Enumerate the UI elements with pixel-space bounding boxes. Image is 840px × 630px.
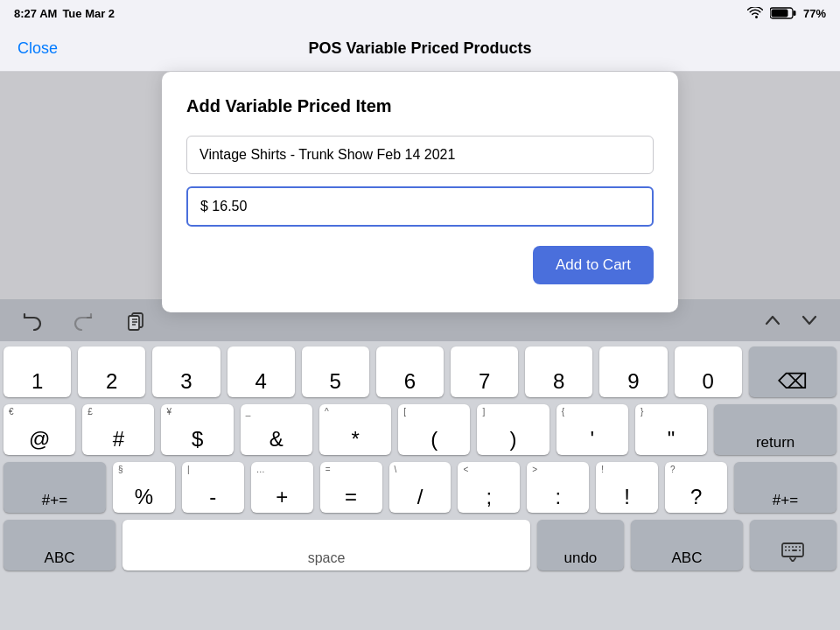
chevron-up-icon: [763, 311, 782, 330]
content-area: Add Variable Priced Item Add to Cart: [0, 72, 840, 299]
modal-footer: Add to Cart: [186, 246, 654, 284]
key-row-symbols1: €@ £# ¥$ _& ^* [( ]) {' }" return: [4, 404, 836, 455]
key-percent[interactable]: §%: [113, 462, 175, 513]
modal-title: Add Variable Priced Item: [186, 96, 654, 116]
key-asterisk[interactable]: ^*: [319, 404, 391, 455]
redo-toolbar-button[interactable]: [66, 306, 102, 334]
key-4[interactable]: 4: [228, 346, 295, 397]
nav-bar: Close POS Variable Priced Products: [0, 26, 840, 72]
key-dollar[interactable]: ¥$: [161, 404, 233, 455]
key-hashtag-switch[interactable]: #+=: [4, 462, 106, 513]
page-title: POS Variable Priced Products: [308, 39, 531, 58]
toolbar-right: [756, 307, 826, 333]
key-question[interactable]: ??: [665, 462, 727, 513]
chevron-down-icon: [800, 311, 819, 330]
status-date: Tue Mar 2: [62, 7, 115, 20]
key-return[interactable]: return: [714, 404, 836, 455]
key-ampersand[interactable]: _&: [241, 404, 312, 455]
status-time: 8:27 AM: [14, 7, 57, 20]
key-open-paren[interactable]: [(: [398, 404, 470, 455]
svg-rect-2: [771, 10, 788, 18]
status-bar: 8:27 AM Tue Mar 2 77%: [0, 0, 840, 26]
keyboard-rows: 1 2 3 4 5 6 7 8 9 0 ⌫ €@ £# ¥$ _& ^* [( …: [0, 341, 840, 630]
undo-icon: [21, 310, 42, 331]
modal-card: Add Variable Priced Item Add to Cart: [162, 72, 678, 312]
price-field[interactable]: [186, 186, 654, 227]
battery-icon: [770, 7, 796, 19]
undo-toolbar-button[interactable]: [14, 306, 49, 334]
key-row-numbers: 1 2 3 4 5 6 7 8 9 0 ⌫: [4, 346, 836, 397]
svg-rect-1: [793, 10, 795, 16]
key-semicolon[interactable]: <;: [458, 462, 520, 513]
key-delete[interactable]: ⌫: [749, 346, 836, 397]
key-double-quote[interactable]: }": [635, 404, 707, 455]
keyboard-down-button[interactable]: [793, 307, 826, 333]
key-keyboard-dismiss[interactable]: [750, 520, 836, 570]
key-2[interactable]: 2: [78, 346, 145, 397]
key-9[interactable]: 9: [599, 346, 667, 397]
key-8[interactable]: 8: [525, 346, 592, 397]
keyboard-area: 1 2 3 4 5 6 7 8 9 0 ⌫ €@ £# ¥$ _& ^* [( …: [0, 299, 840, 630]
key-1[interactable]: 1: [4, 346, 71, 397]
key-exclaim[interactable]: !!: [596, 462, 658, 513]
add-to-cart-button[interactable]: Add to Cart: [533, 246, 654, 284]
key-7[interactable]: 7: [451, 346, 518, 397]
key-single-quote[interactable]: {': [556, 404, 628, 455]
key-slash[interactable]: \/: [389, 462, 452, 513]
product-name-field[interactable]: [186, 136, 654, 174]
key-abc[interactable]: ABC: [4, 520, 116, 570]
key-plus[interactable]: …+: [251, 462, 313, 513]
key-hash[interactable]: £#: [82, 404, 154, 455]
key-colon[interactable]: >:: [527, 462, 589, 513]
svg-rect-4: [129, 316, 139, 330]
key-hashtag-switch2[interactable]: #+=: [734, 462, 836, 513]
key-at[interactable]: €@: [4, 404, 75, 455]
battery-percent: 77%: [803, 7, 826, 20]
keyboard-dismiss-icon: [781, 542, 804, 562]
keyboard-up-button[interactable]: [756, 307, 789, 333]
key-0[interactable]: 0: [675, 346, 742, 397]
key-minus[interactable]: |-: [182, 462, 244, 513]
paste-icon: [126, 310, 147, 331]
key-row-bottom: ABC space undo ABC: [4, 520, 836, 570]
key-close-paren[interactable]: ]): [477, 404, 549, 455]
key-row-symbols2: #+= §% |- …+ == \/ <; >: !! ?? #+=: [4, 462, 836, 513]
key-abc2[interactable]: ABC: [631, 520, 743, 570]
redo-icon: [74, 310, 94, 331]
key-3[interactable]: 3: [152, 346, 220, 397]
key-equals[interactable]: ==: [320, 462, 382, 513]
key-6[interactable]: 6: [376, 346, 444, 397]
close-button[interactable]: Close: [18, 39, 58, 58]
key-5[interactable]: 5: [302, 346, 369, 397]
wifi-icon: [747, 7, 763, 19]
toolbar-left: [14, 306, 154, 334]
key-space[interactable]: space: [122, 520, 530, 570]
key-undo[interactable]: undo: [537, 520, 624, 570]
paste-toolbar-button[interactable]: [119, 306, 154, 334]
